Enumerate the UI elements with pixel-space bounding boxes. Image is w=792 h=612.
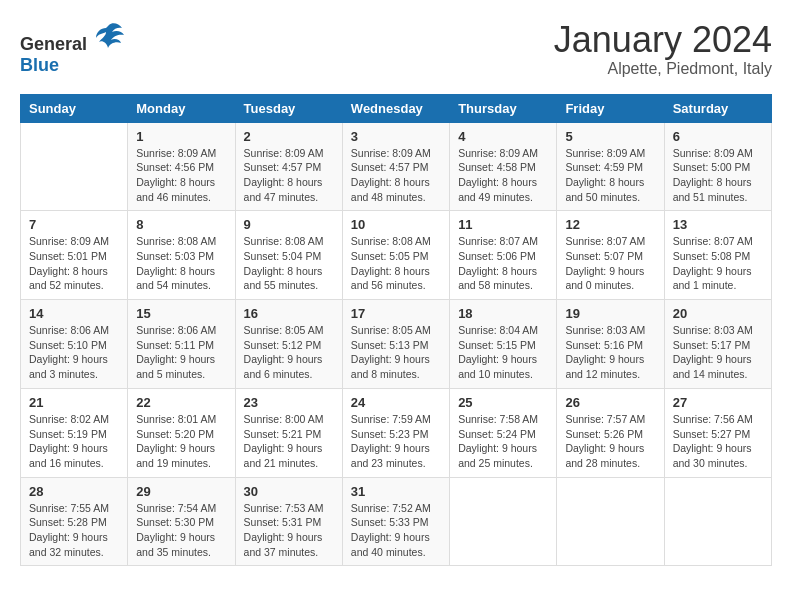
day-number: 1 xyxy=(136,129,226,144)
day-info: Sunrise: 8:09 AMSunset: 5:00 PMDaylight:… xyxy=(673,146,763,205)
day-number: 14 xyxy=(29,306,119,321)
calendar-cell: 11Sunrise: 8:07 AMSunset: 5:06 PMDayligh… xyxy=(450,211,557,300)
day-info: Sunrise: 7:53 AMSunset: 5:31 PMDaylight:… xyxy=(244,501,334,560)
calendar-header-saturday: Saturday xyxy=(664,94,771,122)
day-number: 19 xyxy=(565,306,655,321)
day-number: 27 xyxy=(673,395,763,410)
calendar-cell: 19Sunrise: 8:03 AMSunset: 5:16 PMDayligh… xyxy=(557,300,664,389)
calendar-cell: 17Sunrise: 8:05 AMSunset: 5:13 PMDayligh… xyxy=(342,300,449,389)
calendar-cell: 29Sunrise: 7:54 AMSunset: 5:30 PMDayligh… xyxy=(128,477,235,566)
day-info: Sunrise: 8:07 AMSunset: 5:07 PMDaylight:… xyxy=(565,234,655,293)
calendar-cell: 10Sunrise: 8:08 AMSunset: 5:05 PMDayligh… xyxy=(342,211,449,300)
day-info: Sunrise: 8:09 AMSunset: 4:58 PMDaylight:… xyxy=(458,146,548,205)
day-info: Sunrise: 8:03 AMSunset: 5:16 PMDaylight:… xyxy=(565,323,655,382)
day-info: Sunrise: 8:06 AMSunset: 5:11 PMDaylight:… xyxy=(136,323,226,382)
day-info: Sunrise: 7:57 AMSunset: 5:26 PMDaylight:… xyxy=(565,412,655,471)
day-info: Sunrise: 8:08 AMSunset: 5:03 PMDaylight:… xyxy=(136,234,226,293)
day-number: 26 xyxy=(565,395,655,410)
title-section: January 2024 Alpette, Piedmont, Italy xyxy=(554,20,772,78)
logo-bird-icon xyxy=(94,20,124,50)
calendar-cell: 25Sunrise: 7:58 AMSunset: 5:24 PMDayligh… xyxy=(450,388,557,477)
calendar-cell: 2Sunrise: 8:09 AMSunset: 4:57 PMDaylight… xyxy=(235,122,342,211)
day-number: 29 xyxy=(136,484,226,499)
day-info: Sunrise: 8:05 AMSunset: 5:13 PMDaylight:… xyxy=(351,323,441,382)
calendar-cell: 28Sunrise: 7:55 AMSunset: 5:28 PMDayligh… xyxy=(21,477,128,566)
day-info: Sunrise: 8:09 AMSunset: 4:57 PMDaylight:… xyxy=(351,146,441,205)
day-number: 11 xyxy=(458,217,548,232)
day-number: 22 xyxy=(136,395,226,410)
day-number: 13 xyxy=(673,217,763,232)
calendar-cell: 24Sunrise: 7:59 AMSunset: 5:23 PMDayligh… xyxy=(342,388,449,477)
calendar-cell xyxy=(450,477,557,566)
calendar-cell: 22Sunrise: 8:01 AMSunset: 5:20 PMDayligh… xyxy=(128,388,235,477)
day-number: 28 xyxy=(29,484,119,499)
calendar-header-friday: Friday xyxy=(557,94,664,122)
day-number: 4 xyxy=(458,129,548,144)
day-number: 8 xyxy=(136,217,226,232)
calendar-cell: 3Sunrise: 8:09 AMSunset: 4:57 PMDaylight… xyxy=(342,122,449,211)
day-info: Sunrise: 8:09 AMSunset: 4:59 PMDaylight:… xyxy=(565,146,655,205)
calendar-header-row: SundayMondayTuesdayWednesdayThursdayFrid… xyxy=(21,94,772,122)
calendar-cell: 16Sunrise: 8:05 AMSunset: 5:12 PMDayligh… xyxy=(235,300,342,389)
day-info: Sunrise: 8:09 AMSunset: 5:01 PMDaylight:… xyxy=(29,234,119,293)
day-number: 18 xyxy=(458,306,548,321)
day-number: 12 xyxy=(565,217,655,232)
day-info: Sunrise: 7:56 AMSunset: 5:27 PMDaylight:… xyxy=(673,412,763,471)
day-info: Sunrise: 8:08 AMSunset: 5:04 PMDaylight:… xyxy=(244,234,334,293)
calendar-week-row: 21Sunrise: 8:02 AMSunset: 5:19 PMDayligh… xyxy=(21,388,772,477)
day-info: Sunrise: 8:02 AMSunset: 5:19 PMDaylight:… xyxy=(29,412,119,471)
day-info: Sunrise: 7:54 AMSunset: 5:30 PMDaylight:… xyxy=(136,501,226,560)
logo-blue-text: Blue xyxy=(20,55,59,75)
day-info: Sunrise: 7:55 AMSunset: 5:28 PMDaylight:… xyxy=(29,501,119,560)
calendar-cell: 5Sunrise: 8:09 AMSunset: 4:59 PMDaylight… xyxy=(557,122,664,211)
calendar-cell: 20Sunrise: 8:03 AMSunset: 5:17 PMDayligh… xyxy=(664,300,771,389)
day-number: 25 xyxy=(458,395,548,410)
calendar-cell: 6Sunrise: 8:09 AMSunset: 5:00 PMDaylight… xyxy=(664,122,771,211)
day-info: Sunrise: 7:52 AMSunset: 5:33 PMDaylight:… xyxy=(351,501,441,560)
day-info: Sunrise: 7:58 AMSunset: 5:24 PMDaylight:… xyxy=(458,412,548,471)
day-number: 30 xyxy=(244,484,334,499)
day-number: 6 xyxy=(673,129,763,144)
day-number: 7 xyxy=(29,217,119,232)
day-number: 10 xyxy=(351,217,441,232)
location-title: Alpette, Piedmont, Italy xyxy=(554,60,772,78)
day-info: Sunrise: 8:01 AMSunset: 5:20 PMDaylight:… xyxy=(136,412,226,471)
day-info: Sunrise: 8:05 AMSunset: 5:12 PMDaylight:… xyxy=(244,323,334,382)
calendar-week-row: 28Sunrise: 7:55 AMSunset: 5:28 PMDayligh… xyxy=(21,477,772,566)
logo-general-text: General xyxy=(20,34,87,54)
calendar-header-wednesday: Wednesday xyxy=(342,94,449,122)
day-number: 15 xyxy=(136,306,226,321)
day-number: 17 xyxy=(351,306,441,321)
logo-container: General Blue xyxy=(20,20,124,76)
day-info: Sunrise: 8:09 AMSunset: 4:57 PMDaylight:… xyxy=(244,146,334,205)
calendar-cell xyxy=(557,477,664,566)
calendar-cell: 18Sunrise: 8:04 AMSunset: 5:15 PMDayligh… xyxy=(450,300,557,389)
day-number: 21 xyxy=(29,395,119,410)
calendar-cell: 23Sunrise: 8:00 AMSunset: 5:21 PMDayligh… xyxy=(235,388,342,477)
calendar-cell: 8Sunrise: 8:08 AMSunset: 5:03 PMDaylight… xyxy=(128,211,235,300)
calendar-header-sunday: Sunday xyxy=(21,94,128,122)
calendar-table: SundayMondayTuesdayWednesdayThursdayFrid… xyxy=(20,94,772,567)
calendar-header-monday: Monday xyxy=(128,94,235,122)
day-number: 23 xyxy=(244,395,334,410)
day-info: Sunrise: 8:06 AMSunset: 5:10 PMDaylight:… xyxy=(29,323,119,382)
calendar-week-row: 7Sunrise: 8:09 AMSunset: 5:01 PMDaylight… xyxy=(21,211,772,300)
calendar-header-thursday: Thursday xyxy=(450,94,557,122)
calendar-cell: 26Sunrise: 7:57 AMSunset: 5:26 PMDayligh… xyxy=(557,388,664,477)
calendar-cell: 1Sunrise: 8:09 AMSunset: 4:56 PMDaylight… xyxy=(128,122,235,211)
calendar-cell: 21Sunrise: 8:02 AMSunset: 5:19 PMDayligh… xyxy=(21,388,128,477)
calendar-cell xyxy=(21,122,128,211)
calendar-cell: 7Sunrise: 8:09 AMSunset: 5:01 PMDaylight… xyxy=(21,211,128,300)
day-number: 2 xyxy=(244,129,334,144)
day-info: Sunrise: 8:00 AMSunset: 5:21 PMDaylight:… xyxy=(244,412,334,471)
calendar-cell: 15Sunrise: 8:06 AMSunset: 5:11 PMDayligh… xyxy=(128,300,235,389)
calendar-cell: 31Sunrise: 7:52 AMSunset: 5:33 PMDayligh… xyxy=(342,477,449,566)
day-info: Sunrise: 8:09 AMSunset: 4:56 PMDaylight:… xyxy=(136,146,226,205)
month-title: January 2024 xyxy=(554,20,772,60)
logo: General Blue xyxy=(20,20,124,76)
day-number: 9 xyxy=(244,217,334,232)
day-number: 20 xyxy=(673,306,763,321)
calendar-week-row: 1Sunrise: 8:09 AMSunset: 4:56 PMDaylight… xyxy=(21,122,772,211)
calendar-cell: 12Sunrise: 8:07 AMSunset: 5:07 PMDayligh… xyxy=(557,211,664,300)
page-header: General Blue January 2024 Alpette, Piedm… xyxy=(20,20,772,78)
